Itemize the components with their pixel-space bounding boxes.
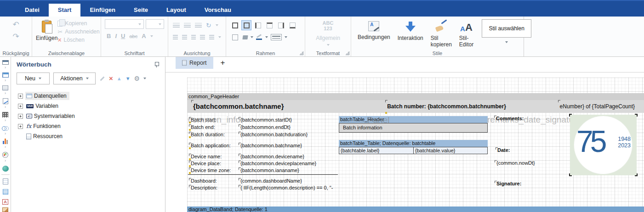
remarks-panel[interactable]: remarks_date_signature Comments: Date: {… bbox=[490, 115, 639, 212]
expand-chevron-icon[interactable]: › bbox=[5, 145, 6, 149]
page-icon[interactable] bbox=[3, 179, 8, 184]
info-panel[interactable]: common_info Batch start:{batchcommon.sta… bbox=[188, 116, 340, 195]
shapes-icon[interactable] bbox=[2, 125, 9, 131]
expand-chevron-icon[interactable]: › bbox=[5, 105, 6, 109]
diagram-data-band[interactable]: diagram_DataBand; Datenquelle: 1 bbox=[187, 206, 644, 212]
pin-icon[interactable] bbox=[154, 62, 159, 67]
menu-tab-layout[interactable]: Layout bbox=[157, 4, 195, 17]
move-up-icon[interactable]: ▲ bbox=[117, 75, 122, 82]
border-outside-button[interactable] bbox=[241, 20, 251, 30]
border-right-button[interactable] bbox=[276, 20, 286, 30]
align-bottom-icon[interactable] bbox=[195, 23, 202, 28]
align-left-icon[interactable] bbox=[173, 35, 178, 39]
delete-icon[interactable]: × bbox=[109, 75, 113, 82]
add-page-button[interactable]: + bbox=[221, 57, 225, 69]
align-top-icon[interactable] bbox=[173, 23, 180, 28]
expand-chevron-icon[interactable]: › bbox=[5, 158, 6, 163]
copy-button[interactable]: Kopieren bbox=[57, 20, 99, 27]
font-color-button[interactable]: A bbox=[142, 33, 146, 39]
font-size-select[interactable] bbox=[146, 19, 164, 29]
page-header-band-strip[interactable]: common_PageHeader bbox=[187, 93, 644, 100]
text-block-icon[interactable] bbox=[3, 189, 8, 195]
gauge-icon[interactable] bbox=[2, 152, 8, 157]
align-middle-icon[interactable] bbox=[184, 23, 191, 28]
barcode-icon[interactable] bbox=[2, 112, 8, 117]
expand-plus-icon[interactable] bbox=[18, 114, 23, 119]
rotate-text-icon[interactable]: ↻ bbox=[206, 22, 211, 28]
text-icon[interactable] bbox=[2, 85, 8, 90]
batchtable-label-cell[interactable]: {batchtable.label} bbox=[339, 147, 414, 154]
new-button[interactable]: Neu bbox=[17, 73, 50, 84]
style-editor-button[interactable]: AA Stil-Editor bbox=[456, 19, 476, 48]
page-header-band[interactable]: {batchcommon.batchname} Batch number: {b… bbox=[187, 100, 644, 113]
interaction-button[interactable]: Interaktion bbox=[395, 19, 426, 41]
chevron-down-icon[interactable] bbox=[150, 35, 153, 37]
border-style-icon[interactable] bbox=[271, 34, 282, 40]
tree-item-resources[interactable]: Ressourcen bbox=[11, 131, 165, 141]
redo-icon[interactable]: ↷ bbox=[12, 33, 19, 40]
date-label[interactable]: Date: bbox=[497, 147, 510, 153]
menu-tab-einfuegen[interactable]: Einfügen bbox=[80, 4, 125, 17]
expand-chevron-icon[interactable]: › bbox=[5, 131, 6, 136]
border-color-icon[interactable] bbox=[256, 34, 262, 40]
select-style-button[interactable]: Stil auswählen bbox=[482, 19, 531, 38]
actions-button[interactable]: Aktionen bbox=[53, 73, 96, 84]
undo-icon[interactable]: ↶ bbox=[12, 21, 19, 28]
chevron-down-icon[interactable] bbox=[216, 24, 218, 26]
table-icon[interactable] bbox=[2, 73, 9, 77]
map-icon[interactable] bbox=[2, 166, 9, 172]
general-format-select[interactable]: Allgemein bbox=[309, 35, 347, 48]
report-page[interactable]: common_PageHeader {batchcommon.batchname… bbox=[187, 78, 644, 212]
chevron-down-icon[interactable] bbox=[285, 36, 287, 38]
cut-button[interactable]: ✂ Ausschneiden bbox=[57, 28, 99, 35]
edit-icon[interactable] bbox=[99, 76, 105, 82]
delete-button[interactable]: × Löschen bbox=[57, 37, 99, 43]
menu-tab-start[interactable]: Start bbox=[49, 4, 81, 17]
anniversary-logo[interactable]: 75 1948 2023 bbox=[570, 115, 637, 175]
align-right-icon[interactable] bbox=[191, 35, 196, 39]
align-justify-icon[interactable] bbox=[200, 35, 205, 39]
batchtable-data-band[interactable]: batchTable_Table; Datenquelle: batchtabl… bbox=[339, 140, 488, 147]
batchname-field[interactable]: {batchcommon.batchname} bbox=[188, 100, 339, 113]
copy-style-button[interactable]: Stil kopieren bbox=[428, 19, 455, 48]
signature-icon[interactable] bbox=[3, 98, 8, 104]
report-tab[interactable]: Report bbox=[176, 57, 213, 69]
italic-button[interactable]: I bbox=[115, 33, 117, 39]
expand-chevron-icon[interactable]: › bbox=[5, 65, 6, 70]
expand-chevron-icon[interactable]: › bbox=[5, 118, 6, 123]
menu-tab-vorschau[interactable]: Vorschau bbox=[195, 4, 240, 17]
batch-information-cell[interactable]: Batch information bbox=[339, 123, 488, 133]
chevron-down-icon[interactable] bbox=[251, 36, 253, 38]
tree-item-systemvariables[interactable]: x≡ Systemvariablen bbox=[11, 111, 165, 121]
text-format-icon[interactable]: ABC 123 bbox=[309, 20, 347, 31]
border-bottom-button[interactable] bbox=[287, 20, 297, 30]
paste-button[interactable]: Einfügen bbox=[36, 19, 57, 43]
chevron-down-icon[interactable] bbox=[143, 78, 146, 79]
chevron-down-icon[interactable] bbox=[218, 36, 221, 38]
underline-button[interactable]: U bbox=[121, 33, 125, 39]
bold-button[interactable]: B bbox=[107, 33, 111, 39]
signature-label[interactable]: Signature: bbox=[496, 181, 521, 186]
batchnumber-field[interactable]: Batch number: {batchcommon.batchnumber} bbox=[342, 100, 552, 113]
batchtable-header-band[interactable]: batchTable_Header bbox=[339, 116, 488, 123]
chart-icon[interactable] bbox=[3, 139, 8, 144]
richtext-icon[interactable]: A bbox=[2, 199, 8, 205]
expand-chevron-icon[interactable]: › bbox=[5, 91, 6, 95]
conditions-button[interactable]: Bedingungen bbox=[355, 19, 393, 40]
chevron-down-icon[interactable] bbox=[265, 36, 268, 38]
chevron-down-icon[interactable] bbox=[505, 41, 508, 43]
border-all-button[interactable] bbox=[230, 20, 240, 30]
date-value-field[interactable]: {common.nowDt} bbox=[496, 160, 535, 166]
expand-plus-icon[interactable] bbox=[18, 94, 23, 99]
menu-tab-seite[interactable]: Seite bbox=[125, 4, 157, 17]
comments-label[interactable]: Comments: bbox=[496, 116, 524, 121]
border-top-button[interactable] bbox=[264, 20, 274, 30]
line-spacing-icon[interactable] bbox=[209, 35, 214, 39]
textformat-dialog-launcher-icon[interactable] bbox=[346, 51, 349, 55]
strikeout-button[interactable]: abc bbox=[129, 33, 137, 39]
gear-icon[interactable]: ⚙ bbox=[134, 75, 140, 82]
pagecount-field[interactable]: eNumber} of {TotalPageCount} bbox=[554, 100, 637, 113]
borders-dialog-launcher-icon[interactable] bbox=[300, 51, 303, 55]
font-family-select[interactable] bbox=[105, 19, 144, 29]
border-none-button[interactable] bbox=[230, 32, 240, 42]
